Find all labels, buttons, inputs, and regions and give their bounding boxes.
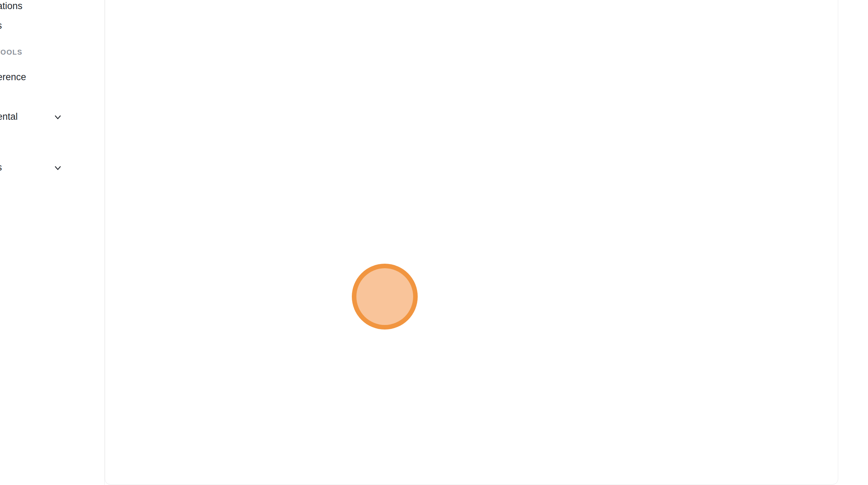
- sidebar-item-experimental[interactable]: ental: [0, 111, 18, 122]
- add-model-page: ations s TOOLS erence ental s The model …: [0, 0, 868, 485]
- sidebar-item-integrations[interactable]: ations: [0, 1, 22, 12]
- chevron-down-icon[interactable]: [53, 164, 62, 173]
- sidebar-item-settings[interactable]: s: [0, 162, 2, 173]
- sidebar-item-inference[interactable]: erence: [0, 72, 26, 83]
- add-model-card: [105, 0, 838, 485]
- sidebar-item-models[interactable]: s: [0, 20, 2, 31]
- sidebar: ations s TOOLS erence ental s: [0, 0, 105, 485]
- chevron-down-icon[interactable]: [53, 113, 62, 122]
- sidebar-section-tools: TOOLS: [0, 48, 22, 56]
